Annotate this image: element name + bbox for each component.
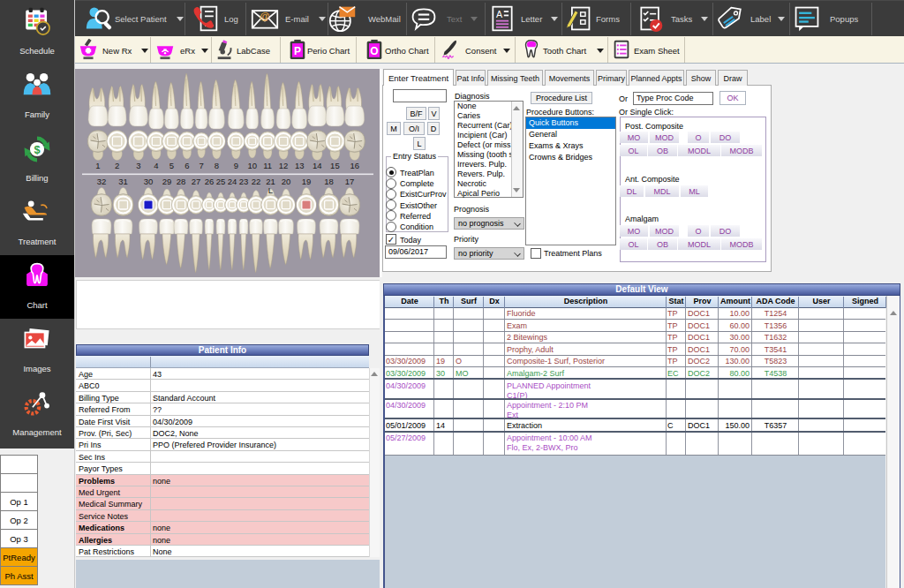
svg-text:7: 7 <box>199 161 203 170</box>
svg-text:16: 16 <box>350 161 359 170</box>
svg-text:L: L <box>268 185 273 195</box>
svg-text:23: 23 <box>239 177 249 186</box>
svg-text:26: 26 <box>205 177 215 186</box>
svg-text:17: 17 <box>345 177 355 186</box>
svg-text:11: 11 <box>263 161 272 170</box>
svg-text:A: A <box>496 9 503 19</box>
svg-text:30: 30 <box>144 177 154 186</box>
svg-text:20: 20 <box>282 177 291 186</box>
svg-text:1: 1 <box>95 161 100 170</box>
svg-text:12: 12 <box>279 161 289 170</box>
svg-text:27: 27 <box>192 177 201 186</box>
svg-text:6: 6 <box>185 161 189 170</box>
svg-text:15: 15 <box>330 161 340 170</box>
svg-text:13: 13 <box>295 161 305 170</box>
svg-text:14: 14 <box>313 161 322 170</box>
svg-text:P: P <box>294 45 301 57</box>
svg-text:4: 4 <box>154 161 158 170</box>
svg-text:25: 25 <box>216 177 226 186</box>
svg-text:5: 5 <box>170 161 174 170</box>
svg-text:19: 19 <box>302 177 312 186</box>
svg-text:8: 8 <box>215 161 219 170</box>
svg-text:O: O <box>370 45 378 57</box>
svg-text:10: 10 <box>247 161 257 170</box>
svg-text:9: 9 <box>234 161 238 170</box>
svg-text:2: 2 <box>115 161 119 170</box>
svg-text:32: 32 <box>97 177 107 186</box>
svg-text:28: 28 <box>177 177 186 186</box>
svg-text:31: 31 <box>118 177 128 186</box>
svg-text:3: 3 <box>136 161 140 170</box>
svg-text:18: 18 <box>324 177 334 186</box>
svg-text:$: $ <box>34 143 40 156</box>
svg-text:24: 24 <box>228 177 237 186</box>
svg-text:@: @ <box>260 11 269 21</box>
svg-text:29: 29 <box>162 177 172 186</box>
svg-text:22: 22 <box>252 177 261 186</box>
